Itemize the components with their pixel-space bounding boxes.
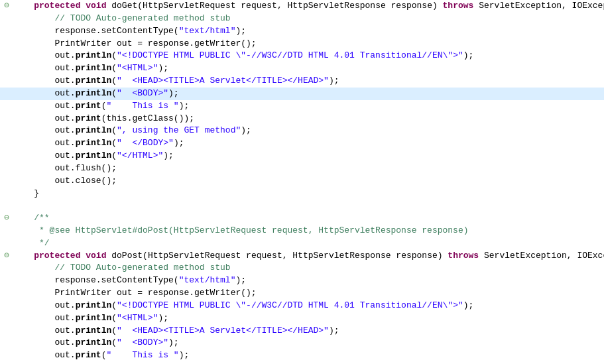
token-plain bbox=[13, 213, 34, 223]
token-plain bbox=[13, 1, 34, 11]
code-content: out.println(" <HEAD><TITLE>A Servlet</TI… bbox=[12, 325, 604, 337]
token-plain: out. bbox=[13, 101, 76, 111]
code-editor: ⊖ protected void doGet(HttpServletReques… bbox=[0, 0, 604, 364]
token-plain: ( bbox=[111, 313, 117, 323]
code-line: out.print(" This is "); bbox=[0, 349, 604, 362]
token-method-call: println bbox=[76, 138, 112, 148]
token-plain: out. bbox=[13, 88, 76, 98]
token-plain: ); bbox=[168, 88, 179, 98]
code-content: out.println(", using the GET method"); bbox=[12, 125, 604, 137]
token-plain: doGet(HttpServletRequest request, HttpSe… bbox=[106, 1, 442, 11]
code-line: out.print(this.getClass()); bbox=[0, 113, 604, 125]
token-string: "<!DOCTYPE HTML PUBLIC \"-//W3C//DTD HTM… bbox=[117, 50, 463, 60]
token-string: "<HTML>" bbox=[117, 63, 158, 73]
token-string: " <HEAD><TITLE>A Servlet</TITLE></HEAD>" bbox=[117, 326, 329, 335]
token-method-call: println bbox=[76, 300, 112, 310]
code-content: out.println("<!DOCTYPE HTML PUBLIC \"-//… bbox=[12, 300, 604, 312]
token-method-call: println bbox=[76, 326, 112, 335]
token-plain: ); bbox=[329, 326, 339, 335]
token-plain: ); bbox=[463, 300, 474, 310]
token-plain: ( bbox=[111, 300, 117, 310]
token-plain: out.close(); bbox=[13, 176, 117, 186]
code-line: out.println(" <BODY>"); bbox=[0, 337, 604, 349]
code-line: ⊖ protected void doGet(HttpServletReques… bbox=[0, 0, 604, 13]
token-plain: out. bbox=[13, 138, 76, 148]
code-content: // TODO Auto-generated method stub bbox=[12, 13, 604, 25]
token-method-call: println bbox=[76, 125, 112, 135]
token-string: " This is " bbox=[106, 350, 178, 360]
token-plain: out. bbox=[13, 326, 76, 335]
token-method-call: println bbox=[76, 151, 112, 160]
token-comment: // TODO Auto-generated method stub bbox=[54, 263, 230, 273]
token-plain: ( bbox=[111, 125, 117, 135]
token-kw-modifier: protected bbox=[34, 251, 80, 261]
token-method-call: print bbox=[76, 350, 101, 360]
token-method-call: println bbox=[76, 88, 112, 98]
token-method-call: println bbox=[76, 63, 112, 73]
code-line: PrintWriter out = response.getWriter(); bbox=[0, 287, 604, 300]
token-plain: out. bbox=[13, 113, 76, 123]
token-method-call: println bbox=[76, 76, 112, 86]
token-plain: ( bbox=[111, 88, 117, 98]
code-line bbox=[0, 200, 604, 213]
token-string: ", using the GET method" bbox=[117, 125, 241, 135]
token-plain: out. bbox=[13, 50, 76, 60]
token-plain: ServletException, IOException { bbox=[479, 251, 604, 261]
code-line: response.setContentType("text/html"); bbox=[0, 25, 604, 38]
code-line: response.setContentType("text/html"); bbox=[0, 274, 604, 287]
code-line: ⊖ protected void doPost(HttpServletReque… bbox=[0, 250, 604, 263]
token-plain: ); bbox=[179, 350, 190, 360]
code-line: out.println("<HTML>"); bbox=[0, 62, 604, 75]
code-content: // TODO Auto-generated method stub bbox=[12, 262, 604, 274]
code-content: PrintWriter out = response.getWriter(); bbox=[12, 287, 604, 300]
token-kw-modifier: throws bbox=[443, 1, 474, 11]
token-plain: ( bbox=[111, 63, 117, 73]
code-content: protected void doPost(HttpServletRequest… bbox=[12, 250, 604, 263]
token-comment: */ bbox=[13, 238, 50, 248]
token-plain: doPost(HttpServletRequest request, HttpS… bbox=[106, 251, 448, 261]
code-content: out.println(" <BODY>"); bbox=[12, 88, 604, 100]
token-plain: ( bbox=[111, 337, 117, 347]
token-plain: ); bbox=[163, 151, 174, 160]
token-plain: out. bbox=[13, 151, 76, 160]
code-line: // TODO Auto-generated method stub bbox=[0, 262, 604, 274]
code-content: out.print(" This is "); bbox=[12, 100, 604, 113]
token-kw-modifier: void bbox=[86, 251, 106, 261]
token-plain: ( bbox=[111, 76, 117, 86]
code-line: out.close(); bbox=[0, 175, 604, 188]
code-line: out.println("</HTML>"); bbox=[0, 150, 604, 162]
code-content: out.flush(); bbox=[12, 162, 604, 175]
token-plain: ); bbox=[158, 313, 168, 323]
code-line: */ bbox=[0, 237, 604, 250]
code-line: // TODO Auto-generated method stub bbox=[0, 13, 604, 25]
token-plain: (this.getClass()); bbox=[101, 113, 194, 123]
code-content: } bbox=[12, 188, 604, 200]
token-string: " <BODY>" bbox=[117, 337, 168, 347]
code-line: out.println(" <BODY>"); bbox=[0, 88, 604, 100]
code-content: out.println(" <BODY>"); bbox=[12, 337, 604, 349]
token-kw-modifier: protected bbox=[34, 1, 80, 11]
token-plain: ); bbox=[174, 138, 184, 148]
token-plain: out. bbox=[13, 337, 76, 347]
token-comment: /** bbox=[34, 213, 49, 223]
gutter-marker: ⊖ bbox=[0, 0, 12, 13]
code-content: protected void doGet(HttpServletRequest … bbox=[12, 0, 604, 13]
token-plain: out. bbox=[13, 300, 76, 310]
gutter-marker: ⊖ bbox=[0, 212, 12, 225]
token-method-call: println bbox=[76, 313, 112, 323]
token-plain: ); bbox=[158, 63, 168, 73]
code-content: out.println(" <HEAD><TITLE>A Servlet</TI… bbox=[12, 75, 604, 88]
code-line: out.println(" <HEAD><TITLE>A Servlet</TI… bbox=[0, 325, 604, 337]
code-line: out.println(" <HEAD><TITLE>A Servlet</TI… bbox=[0, 75, 604, 88]
code-content: out.println(" </BODY>"); bbox=[12, 137, 604, 150]
token-plain: ( bbox=[111, 138, 117, 148]
token-string: "text/html" bbox=[179, 275, 236, 285]
code-content: out.println("<HTML>"); bbox=[12, 312, 604, 325]
code-line: out.println(", using the GET method"); bbox=[0, 125, 604, 137]
token-plain: ); bbox=[329, 76, 339, 86]
token-method-call: println bbox=[76, 50, 112, 60]
code-line: * @see HttpServlet#doPost(HttpServletReq… bbox=[0, 225, 604, 237]
code-content: PrintWriter out = response.getWriter(); bbox=[12, 38, 604, 50]
token-plain: out.flush(); bbox=[13, 163, 117, 173]
token-plain: response.setContentType( bbox=[13, 26, 179, 36]
